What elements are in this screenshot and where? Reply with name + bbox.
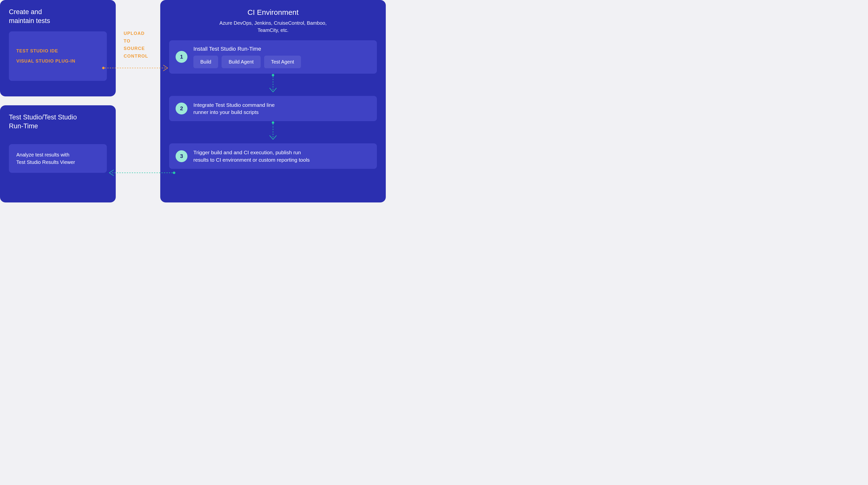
visual-studio-plugin-label: VISUAL STUDIO PLUG-IN <box>16 59 99 64</box>
runtime-inner: Analyze test results withTest Studio Res… <box>9 144 107 173</box>
runtime-title: Test Studio/Test StudioRun-Time <box>9 113 107 131</box>
create-maintain-inner: TEST STUDIO IDE VISUAL STUDIO PLUG-IN <box>9 31 107 81</box>
step-3-number-badge: 3 <box>176 150 187 162</box>
create-maintain-title: Create andmaintain tests <box>9 7 107 26</box>
ci-title: CI Environment <box>169 7 377 18</box>
upload-to-source-control-label: UPLOADTOSOURCECONTROL <box>124 30 148 60</box>
step-2-number-badge: 2 <box>176 103 187 115</box>
svg-point-0 <box>272 74 274 76</box>
svg-point-4 <box>102 67 104 69</box>
step-3-text: Trigger build and and CI execution, publ… <box>193 149 370 163</box>
runtime-body: Analyze test results withTest Studio Res… <box>16 151 99 166</box>
runtime-panel: Test Studio/Test StudioRun-Time Analyze … <box>0 105 116 202</box>
pill-build-agent: Build Agent <box>222 56 260 68</box>
ci-step-2: 2 Integrate Test Studio command linerunn… <box>169 96 377 121</box>
create-maintain-panel: Create andmaintain tests TEST STUDIO IDE… <box>0 0 116 96</box>
arrow-right-orange-icon <box>102 64 176 72</box>
pill-test-agent: Test Agent <box>264 56 301 68</box>
step-1-title: Install Test Studio Run-Time <box>193 46 370 52</box>
ci-environment-panel: CI Environment Azure DevOps, Jenkins, Cr… <box>160 0 386 202</box>
arrow-down-icon <box>268 74 278 95</box>
arrow-down-icon <box>268 121 278 142</box>
arrow-left-teal-icon <box>105 169 179 176</box>
svg-point-6 <box>173 171 175 174</box>
ci-subtitle: Azure DevOps, Jenkins, CruiseControl, Ba… <box>169 20 377 34</box>
ci-step-1: 1 Install Test Studio Run-Time Build Bui… <box>169 40 377 74</box>
svg-point-2 <box>272 121 274 124</box>
pill-build: Build <box>193 56 218 68</box>
ci-step-3: 3 Trigger build and and CI execution, pu… <box>169 143 377 169</box>
test-studio-ide-label: TEST STUDIO IDE <box>16 48 99 54</box>
step-1-pill-row: Build Build Agent Test Agent <box>193 56 370 68</box>
step-1-number-badge: 1 <box>176 51 187 63</box>
step-2-text: Integrate Test Studio command linerunner… <box>193 101 370 116</box>
